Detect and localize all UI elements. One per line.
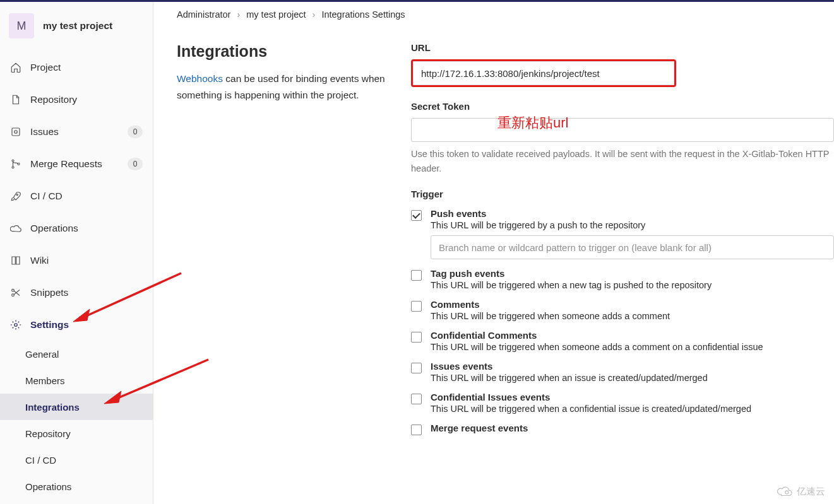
- settings-sub-integrations[interactable]: Integrations: [0, 394, 153, 420]
- sidebar-item-ci-cd[interactable]: CI / CD: [0, 180, 153, 212]
- trigger-list: Push eventsThis URL will be triggered by…: [411, 208, 834, 435]
- page-intro: Integrations Webhooks can be used for bi…: [177, 42, 387, 444]
- settings-sub-general[interactable]: General: [0, 341, 153, 367]
- sidebar-item-merge-requests[interactable]: Merge Requests0: [0, 148, 153, 180]
- trigger-row: Confidential Issues eventsThis URL will …: [411, 392, 834, 414]
- nav-label: Snippets: [30, 287, 143, 298]
- settings-subnav: GeneralMembersIntegrationsRepositoryCI /…: [0, 341, 153, 500]
- breadcrumb-current: Integrations Settings: [321, 9, 405, 20]
- secret-token-label: Secret Token: [411, 101, 834, 112]
- trigger-description: This URL will be triggered when someone …: [431, 342, 834, 352]
- sidebar-item-operations[interactable]: Operations: [0, 212, 153, 244]
- trigger-description: This URL will be triggered when someone …: [431, 311, 834, 321]
- settings-sub-repository[interactable]: Repository: [0, 420, 153, 447]
- breadcrumb: Administrator › my test project › Integr…: [177, 9, 834, 20]
- trigger-checkbox[interactable]: [411, 425, 422, 435]
- sidebar-item-issues[interactable]: Issues0: [0, 115, 153, 148]
- trigger-checkbox[interactable]: [411, 363, 422, 373]
- webhooks-link[interactable]: Webhooks: [177, 73, 223, 84]
- trigger-checkbox[interactable]: [411, 270, 422, 281]
- trigger-description: This URL will be triggered when a confid…: [431, 404, 834, 414]
- scissors-icon: [10, 287, 21, 298]
- sidebar-item-repository[interactable]: Repository: [0, 83, 153, 115]
- trigger-title: Issues events: [431, 361, 834, 372]
- trigger-title: Tag push events: [431, 268, 834, 279]
- secret-token-help: Use this token to validate received payl…: [411, 147, 834, 176]
- breadcrumb-link[interactable]: my test project: [246, 9, 306, 20]
- trigger-checkbox[interactable]: [411, 394, 422, 404]
- count-badge: 0: [128, 158, 143, 170]
- nav-label: Merge Requests: [30, 158, 119, 170]
- home-icon: [10, 62, 21, 73]
- secret-token-input[interactable]: [411, 118, 834, 142]
- url-input[interactable]: [413, 61, 674, 85]
- count-badge: 0: [128, 126, 143, 138]
- nav-label: Wiki: [30, 255, 143, 266]
- branch-filter-input[interactable]: [431, 235, 834, 259]
- nav-label: Project: [30, 62, 143, 73]
- url-label: URL: [411, 42, 834, 53]
- merge-icon: [10, 158, 21, 170]
- file-icon: [10, 94, 21, 105]
- nav-label: Operations: [30, 223, 143, 234]
- trigger-title: Comments: [431, 299, 834, 310]
- nav-label: CI / CD: [30, 190, 143, 202]
- settings-sub-operations[interactable]: Operations: [0, 473, 153, 500]
- sidebar-item-snippets[interactable]: Snippets: [0, 276, 153, 308]
- trigger-title: Merge request events: [431, 423, 834, 433]
- trigger-row: Merge request events: [411, 423, 834, 435]
- page-description: Webhooks can be used for binding events …: [177, 71, 387, 104]
- svg-point-5: [16, 194, 18, 195]
- book-icon: [10, 255, 21, 266]
- trigger-label: Trigger: [411, 189, 834, 199]
- trigger-checkbox[interactable]: [411, 332, 422, 343]
- sidebar-item-settings[interactable]: Settings: [0, 308, 153, 341]
- sidebar-item-project[interactable]: Project: [0, 51, 153, 83]
- sidebar: M my test project ProjectRepositoryIssue…: [0, 2, 153, 504]
- cloud-icon: [10, 223, 21, 234]
- trigger-checkbox[interactable]: [411, 301, 422, 312]
- trigger-description: This URL will be triggered when a new ta…: [431, 280, 834, 290]
- nav-label: Repository: [30, 94, 143, 105]
- trigger-row: Issues eventsThis URL will be triggered …: [411, 361, 834, 383]
- trigger-row: CommentsThis URL will be triggered when …: [411, 299, 834, 321]
- trigger-row: Push eventsThis URL will be triggered by…: [411, 208, 834, 259]
- trigger-description: This URL will be triggered by a push to …: [431, 220, 834, 230]
- trigger-description: This URL will be triggered when an issue…: [431, 373, 834, 383]
- page-title: Integrations: [177, 42, 387, 61]
- gear-icon: [10, 319, 21, 331]
- trigger-checkbox[interactable]: [411, 210, 422, 221]
- project-name: my test project: [43, 20, 112, 32]
- svg-rect-0: [12, 128, 20, 136]
- svg-point-1: [15, 130, 18, 133]
- url-highlight-box: [411, 59, 676, 87]
- chevron-right-icon: ›: [237, 9, 240, 20]
- issue-icon: [10, 126, 21, 138]
- project-avatar: M: [9, 13, 34, 38]
- svg-point-2: [12, 160, 14, 161]
- breadcrumb-link[interactable]: Administrator: [177, 9, 230, 20]
- project-header[interactable]: M my test project: [0, 8, 153, 51]
- svg-point-8: [15, 323, 18, 326]
- trigger-title: Confidential Issues events: [431, 392, 834, 402]
- webhook-form: URL Secret Token Use this token to valid…: [411, 42, 834, 444]
- trigger-title: Confidential Comments: [431, 330, 834, 341]
- main-content: Administrator › my test project › Integr…: [153, 2, 834, 504]
- rocket-icon: [10, 190, 21, 202]
- nav-label: Settings: [30, 319, 143, 331]
- nav-label: Issues: [30, 126, 119, 138]
- sidebar-item-wiki[interactable]: Wiki: [0, 244, 153, 276]
- sidebar-nav: ProjectRepositoryIssues0Merge Requests0C…: [0, 51, 153, 500]
- trigger-title: Push events: [431, 208, 834, 219]
- trigger-row: Confidential CommentsThis URL will be tr…: [411, 330, 834, 352]
- svg-point-3: [12, 166, 14, 168]
- chevron-right-icon: ›: [313, 9, 316, 20]
- settings-sub-members[interactable]: Members: [0, 367, 153, 394]
- trigger-row: Tag push eventsThis URL will be triggere…: [411, 268, 834, 290]
- settings-sub-ci-cd[interactable]: CI / CD: [0, 447, 153, 473]
